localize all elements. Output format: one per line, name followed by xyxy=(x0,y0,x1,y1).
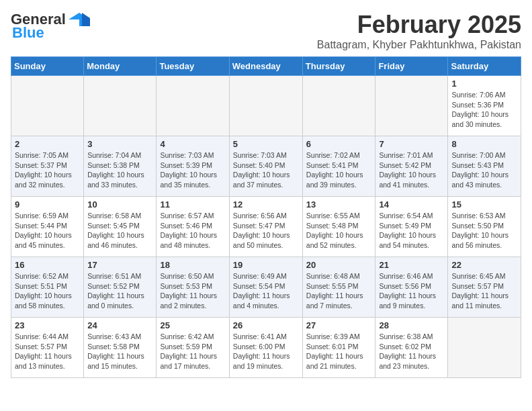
day-number: 15 xyxy=(451,199,517,210)
calendar-cell: 7Sunrise: 7:01 AM Sunset: 5:42 PM Daylig… xyxy=(375,136,448,197)
calendar-cell xyxy=(229,76,302,136)
day-info: Sunrise: 6:59 AM Sunset: 5:44 PM Dayligh… xyxy=(15,211,80,250)
day-info: Sunrise: 7:02 AM Sunset: 5:41 PM Dayligh… xyxy=(306,150,372,190)
calendar-cell: 11Sunrise: 6:57 AM Sunset: 5:46 PM Dayli… xyxy=(157,197,229,257)
day-number: 14 xyxy=(379,199,444,210)
day-number: 13 xyxy=(306,199,372,210)
day-info: Sunrise: 7:04 AM Sunset: 5:38 PM Dayligh… xyxy=(87,150,152,190)
calendar-cell: 16Sunrise: 6:52 AM Sunset: 5:51 PM Dayli… xyxy=(11,257,84,318)
calendar-cell: 13Sunrise: 6:55 AM Sunset: 5:48 PM Dayli… xyxy=(302,197,375,257)
logo: General Blue xyxy=(11,11,90,42)
calendar-cell: 3Sunrise: 7:04 AM Sunset: 5:38 PM Daylig… xyxy=(84,136,157,197)
day-number: 26 xyxy=(233,320,299,330)
day-number: 17 xyxy=(87,260,152,270)
weekday-header: Wednesday xyxy=(229,57,302,76)
month-title: February 2025 xyxy=(317,11,521,39)
calendar-cell: 20Sunrise: 6:48 AM Sunset: 5:55 PM Dayli… xyxy=(302,257,375,318)
day-number: 21 xyxy=(379,260,444,270)
location-title: Battagram, Khyber Pakhtunkhwa, Pakistan xyxy=(317,39,521,51)
calendar-cell: 25Sunrise: 6:42 AM Sunset: 5:59 PM Dayli… xyxy=(157,318,229,378)
calendar-cell: 23Sunrise: 6:44 AM Sunset: 5:57 PM Dayli… xyxy=(11,318,84,378)
calendar-week-row: 23Sunrise: 6:44 AM Sunset: 5:57 PM Dayli… xyxy=(11,318,521,378)
svg-marker-1 xyxy=(82,13,90,26)
day-number: 3 xyxy=(87,139,152,149)
day-number: 18 xyxy=(160,260,225,270)
calendar-cell xyxy=(84,76,157,136)
logo-icon xyxy=(69,13,90,26)
weekday-header: Monday xyxy=(84,57,157,76)
day-number: 10 xyxy=(87,199,152,210)
calendar-week-row: 1Sunrise: 7:06 AM Sunset: 5:36 PM Daylig… xyxy=(11,76,521,136)
day-info: Sunrise: 6:55 AM Sunset: 5:48 PM Dayligh… xyxy=(306,211,372,250)
weekday-header: Friday xyxy=(375,57,448,76)
calendar-cell: 24Sunrise: 6:43 AM Sunset: 5:58 PM Dayli… xyxy=(84,318,157,378)
day-info: Sunrise: 6:43 AM Sunset: 5:58 PM Dayligh… xyxy=(87,332,152,371)
weekday-header: Sunday xyxy=(11,57,84,76)
weekday-header: Thursday xyxy=(302,57,375,76)
calendar-cell xyxy=(448,318,521,378)
day-number: 8 xyxy=(451,139,517,149)
calendar-cell xyxy=(157,76,229,136)
calendar-cell: 14Sunrise: 6:54 AM Sunset: 5:49 PM Dayli… xyxy=(375,197,448,257)
calendar-cell: 8Sunrise: 7:00 AM Sunset: 5:43 PM Daylig… xyxy=(448,136,521,197)
day-number: 27 xyxy=(306,320,372,330)
day-number: 4 xyxy=(160,139,225,149)
day-info: Sunrise: 6:41 AM Sunset: 6:00 PM Dayligh… xyxy=(233,332,299,371)
logo-blue: Blue xyxy=(12,24,44,42)
day-info: Sunrise: 6:58 AM Sunset: 5:45 PM Dayligh… xyxy=(87,211,152,250)
calendar-cell: 28Sunrise: 6:38 AM Sunset: 6:02 PM Dayli… xyxy=(375,318,448,378)
calendar-cell: 2Sunrise: 7:05 AM Sunset: 5:37 PM Daylig… xyxy=(11,136,84,197)
day-number: 7 xyxy=(379,139,444,149)
calendar-cell: 5Sunrise: 7:03 AM Sunset: 5:40 PM Daylig… xyxy=(229,136,302,197)
day-number: 22 xyxy=(451,260,517,270)
day-info: Sunrise: 6:44 AM Sunset: 5:57 PM Dayligh… xyxy=(15,332,80,371)
day-info: Sunrise: 6:57 AM Sunset: 5:46 PM Dayligh… xyxy=(160,211,225,250)
day-info: Sunrise: 7:05 AM Sunset: 5:37 PM Dayligh… xyxy=(15,150,80,190)
day-number: 11 xyxy=(160,199,225,210)
day-info: Sunrise: 7:00 AM Sunset: 5:43 PM Dayligh… xyxy=(451,150,517,190)
calendar-cell xyxy=(11,76,84,136)
calendar-cell: 1Sunrise: 7:06 AM Sunset: 5:36 PM Daylig… xyxy=(448,76,521,136)
calendar-week-row: 9Sunrise: 6:59 AM Sunset: 5:44 PM Daylig… xyxy=(11,197,521,257)
day-number: 2 xyxy=(15,139,80,149)
calendar-cell: 10Sunrise: 6:58 AM Sunset: 5:45 PM Dayli… xyxy=(84,197,157,257)
day-info: Sunrise: 7:01 AM Sunset: 5:42 PM Dayligh… xyxy=(379,150,444,190)
day-info: Sunrise: 6:54 AM Sunset: 5:49 PM Dayligh… xyxy=(379,211,444,250)
day-number: 9 xyxy=(15,199,80,210)
calendar-cell: 15Sunrise: 6:53 AM Sunset: 5:50 PM Dayli… xyxy=(448,197,521,257)
day-number: 24 xyxy=(87,320,152,330)
calendar-cell: 9Sunrise: 6:59 AM Sunset: 5:44 PM Daylig… xyxy=(11,197,84,257)
day-info: Sunrise: 6:53 AM Sunset: 5:50 PM Dayligh… xyxy=(451,211,517,250)
calendar-week-row: 16Sunrise: 6:52 AM Sunset: 5:51 PM Dayli… xyxy=(11,257,521,318)
day-number: 6 xyxy=(306,139,372,149)
calendar-cell: 17Sunrise: 6:51 AM Sunset: 5:52 PM Dayli… xyxy=(84,257,157,318)
day-info: Sunrise: 7:03 AM Sunset: 5:39 PM Dayligh… xyxy=(160,150,225,190)
calendar-cell: 19Sunrise: 6:49 AM Sunset: 5:54 PM Dayli… xyxy=(229,257,302,318)
day-number: 23 xyxy=(15,320,80,330)
calendar-cell: 12Sunrise: 6:56 AM Sunset: 5:47 PM Dayli… xyxy=(229,197,302,257)
calendar-cell: 22Sunrise: 6:45 AM Sunset: 5:57 PM Dayli… xyxy=(448,257,521,318)
calendar-cell: 6Sunrise: 7:02 AM Sunset: 5:41 PM Daylig… xyxy=(302,136,375,197)
day-number: 16 xyxy=(15,260,80,270)
weekday-header: Tuesday xyxy=(157,57,229,76)
calendar-cell: 26Sunrise: 6:41 AM Sunset: 6:00 PM Dayli… xyxy=(229,318,302,378)
day-number: 12 xyxy=(233,199,299,210)
day-number: 19 xyxy=(233,260,299,270)
day-info: Sunrise: 6:56 AM Sunset: 5:47 PM Dayligh… xyxy=(233,211,299,250)
day-info: Sunrise: 6:49 AM Sunset: 5:54 PM Dayligh… xyxy=(233,271,299,311)
calendar-cell: 4Sunrise: 7:03 AM Sunset: 5:39 PM Daylig… xyxy=(157,136,229,197)
day-info: Sunrise: 6:38 AM Sunset: 6:02 PM Dayligh… xyxy=(379,332,444,371)
day-number: 25 xyxy=(160,320,225,330)
page-header: General Blue February 2025 Battagram, Kh… xyxy=(11,11,521,51)
day-info: Sunrise: 7:06 AM Sunset: 5:36 PM Dayligh… xyxy=(451,90,517,130)
calendar-cell: 18Sunrise: 6:50 AM Sunset: 5:53 PM Dayli… xyxy=(157,257,229,318)
day-info: Sunrise: 6:46 AM Sunset: 5:56 PM Dayligh… xyxy=(379,271,444,311)
day-info: Sunrise: 6:42 AM Sunset: 5:59 PM Dayligh… xyxy=(160,332,225,371)
calendar-cell xyxy=(302,76,375,136)
day-number: 1 xyxy=(451,79,517,89)
calendar-cell: 27Sunrise: 6:39 AM Sunset: 6:01 PM Dayli… xyxy=(302,318,375,378)
weekday-header: Saturday xyxy=(448,57,521,76)
weekday-header-row: SundayMondayTuesdayWednesdayThursdayFrid… xyxy=(11,57,521,76)
calendar-cell xyxy=(375,76,448,136)
day-info: Sunrise: 6:39 AM Sunset: 6:01 PM Dayligh… xyxy=(306,332,372,371)
